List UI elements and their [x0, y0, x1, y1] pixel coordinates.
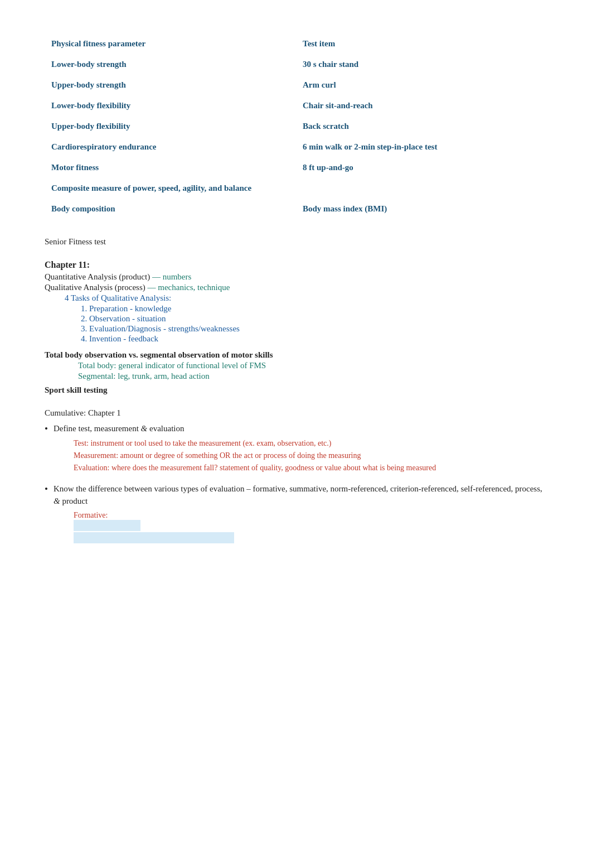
formative-highlight-1 [74, 520, 140, 531]
test-cell: 6 min walk or 2-min step-in-place test [296, 137, 547, 157]
total-body-line: Total body: general indicator of functio… [78, 361, 547, 370]
quantitative-suffix: — numbers [152, 272, 191, 281]
define-label: Define test, measurement & evaluation [54, 424, 185, 433]
fitness-parameter-table: Physical fitness parameter Test item Low… [45, 33, 547, 219]
test-cell: Chair sit-and-reach [296, 95, 547, 116]
segmental-line: Segmental: leg, trunk, arm, head action [78, 372, 547, 381]
test-cell: Arm curl [296, 75, 547, 95]
table-row: Lower-body strength30 s chair stand [45, 54, 547, 75]
table-row: Motor fitness8 ft up-and-go [45, 157, 547, 178]
task-4: Invention - feedback [89, 334, 547, 344]
bullet-types: • Know the difference between various ty… [45, 483, 547, 543]
table-row: Upper-body flexibilityBack scratch [45, 116, 547, 137]
qualitative-line: Qualitative Analysis (process) — mechani… [45, 283, 547, 292]
param-cell: Composite measure of power, speed, agili… [45, 178, 296, 199]
quantitative-label: Quantitative Analysis (product) [45, 272, 150, 281]
quantitative-line: Quantitative Analysis (product) — number… [45, 272, 547, 282]
types-label: Know the difference between various type… [54, 484, 542, 506]
test-cell: Back scratch [296, 116, 547, 137]
param-cell: Lower-body strength [45, 54, 296, 75]
table-row: Cardiorespiratory endurance6 min walk or… [45, 137, 547, 157]
define-explanation: Test: instrument or tool used to take th… [74, 437, 436, 475]
test-cell [296, 178, 547, 199]
table-row: Body compositionBody mass index (BMI) [45, 199, 547, 219]
table-row: Lower-body flexibilityChair sit-and-reac… [45, 95, 547, 116]
param-cell: Lower-body flexibility [45, 95, 296, 116]
bullet-dot-1: • [45, 422, 48, 436]
cumulative-section: Cumulative: Chapter 1 • Define test, mea… [45, 408, 547, 543]
param-cell: Motor fitness [45, 157, 296, 178]
task-1: Preparation - knowledge [89, 304, 547, 314]
col-test-header: Test item [296, 33, 547, 54]
cumulative-title: Cumulative: Chapter 1 [45, 408, 547, 418]
chapter-section: Chapter 11: Quantitative Analysis (produ… [45, 260, 547, 395]
sport-skill-label: Sport skill testing [45, 385, 547, 395]
body-observation-label: Total body observation vs. segmental obs… [45, 350, 547, 360]
task-3: Evaluation/Diagnosis - strengths/weaknes… [89, 324, 547, 334]
formative-block: Formative: [74, 511, 547, 543]
chapter-title: Chapter 11: [45, 260, 547, 270]
formative-label: Formative: [74, 511, 108, 519]
param-cell: Upper-body strength [45, 75, 296, 95]
table-row: Upper-body strengthArm curl [45, 75, 547, 95]
senior-fitness-label: Senior Fitness test [45, 237, 547, 247]
col-param-header: Physical fitness parameter [45, 33, 296, 54]
task-2: Observation - situation [89, 314, 547, 324]
bullet-dot-2: • [45, 483, 48, 496]
formative-highlight-2 [74, 532, 234, 543]
qualitative-suffix: — mechanics, technique [148, 283, 230, 292]
param-cell: Upper-body flexibility [45, 116, 296, 137]
test-cell: Body mass index (BMI) [296, 199, 547, 219]
param-cell: Cardiorespiratory endurance [45, 137, 296, 157]
test-cell: 30 s chair stand [296, 54, 547, 75]
test-cell: 8 ft up-and-go [296, 157, 547, 178]
bullet-define: • Define test, measurement & evaluation … [45, 422, 547, 475]
qualitative-label: Qualitative Analysis (process) [45, 283, 145, 292]
param-cell: Body composition [45, 199, 296, 219]
table-row: Composite measure of power, speed, agili… [45, 178, 547, 199]
tasks-list: Preparation - knowledge Observation - si… [89, 304, 547, 344]
tasks-header: 4 Tasks of Qualitative Analysis: [65, 293, 547, 303]
